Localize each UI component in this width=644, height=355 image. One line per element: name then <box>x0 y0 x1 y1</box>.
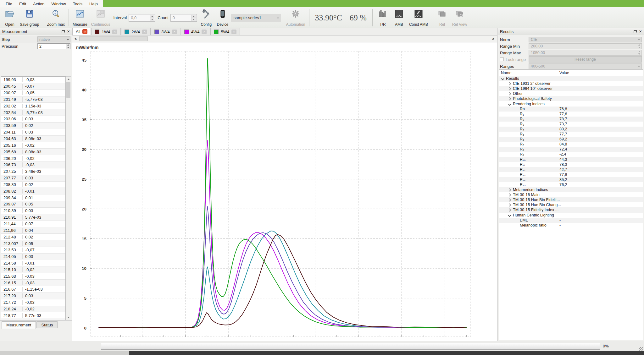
open-button[interactable]: Open <box>2 8 18 28</box>
table-row[interactable]: 204,110,03 <box>1 129 65 136</box>
config-button[interactable]: Config <box>198 8 214 28</box>
expand-icon[interactable] <box>508 194 511 197</box>
table-row[interactable]: 206,73-0,03 <box>1 162 65 168</box>
count-spin-arrows[interactable] <box>192 15 196 21</box>
table-row[interactable]: 217,72-0,03 <box>1 299 65 306</box>
table-row[interactable]: 218,24-0,02 <box>1 306 65 313</box>
chart-tab-3w4[interactable]: 3W4× <box>151 28 180 35</box>
menu-window[interactable]: Window <box>48 1 69 7</box>
table-row[interactable]: 211,960,04 <box>1 227 65 234</box>
tree-row[interactable]: R₁₁78,3 <box>499 162 643 167</box>
zoom-max-button[interactable]: Zoom max <box>45 8 67 28</box>
table-row[interactable]: 200,97-0,05 <box>1 90 65 96</box>
expand-icon[interactable] <box>508 82 511 85</box>
table-row[interactable]: 214,050,03 <box>1 254 65 260</box>
table-row[interactable]: 210,915,77e-03 <box>1 214 65 221</box>
precision-input[interactable]: 2 <box>37 43 70 49</box>
scroll-up-icon[interactable] <box>66 77 71 81</box>
table-row[interactable]: 201,49-5,77e-03 <box>1 96 65 103</box>
table-row[interactable]: 203,060,03 <box>1 116 65 123</box>
expand-icon[interactable] <box>508 204 511 207</box>
measure-button[interactable]: Measure <box>71 8 89 28</box>
table-row[interactable]: 202,021,15e-03 <box>1 103 65 109</box>
table-row[interactable]: 206,20-0,02 <box>1 155 65 162</box>
chart-tab-2w4[interactable]: 2W4× <box>121 28 151 35</box>
float-panel-icon[interactable] <box>634 30 636 33</box>
table-row[interactable]: 203,590,02 <box>1 123 65 129</box>
const-amb-button[interactable]: Const AMB <box>407 8 430 28</box>
expand-icon[interactable] <box>508 97 511 101</box>
close-panel-icon[interactable]: × <box>67 30 70 33</box>
table-row[interactable]: 219,290,03 <box>1 319 65 320</box>
menu-file[interactable]: File <box>2 1 16 7</box>
collapse-icon[interactable] <box>508 102 511 106</box>
table-row[interactable]: 200,45-0,07 <box>1 83 65 90</box>
table-row[interactable]: 209,870,05 <box>1 201 65 208</box>
tree-row[interactable]: TM-30-15 Fidelity Index ... <box>499 207 643 212</box>
table-row[interactable]: 213,0070,05 <box>1 240 65 247</box>
tree-row[interactable]: EML- <box>499 218 643 223</box>
interval-input[interactable]: 0,0 <box>129 14 155 22</box>
table-row[interactable]: 204,638,08e-03 <box>1 136 65 142</box>
tree-row[interactable]: R₁₄85,2 <box>499 177 643 182</box>
menu-action[interactable]: Action <box>30 1 48 7</box>
collapse-icon[interactable] <box>501 77 504 80</box>
menu-tools[interactable]: Tools <box>69 1 86 7</box>
chart-tab-5w4[interactable]: 5W4× <box>210 28 240 35</box>
scroll-left-icon[interactable]: < <box>73 36 78 41</box>
expand-icon[interactable] <box>508 209 511 212</box>
tree-row[interactable]: Rendering Indices <box>499 101 643 106</box>
tree-row[interactable]: Other <box>499 91 643 96</box>
table-row[interactable]: 208,82-0,01 <box>1 188 65 194</box>
spectrum-chart[interactable]: 2003004005006007008009001000051015202530… <box>72 43 497 341</box>
tree-row[interactable]: R₇84,8 <box>499 142 643 147</box>
series-select[interactable]: sample-series1 <box>231 14 281 22</box>
tree-row[interactable]: R₄80,2 <box>499 127 643 132</box>
close-tab-icon[interactable]: × <box>231 30 236 34</box>
save-group-button[interactable]: Save group <box>18 8 41 28</box>
table-row[interactable]: 213,53-0,07 <box>1 247 65 254</box>
table-row[interactable]: 208,300,02 <box>1 182 65 188</box>
precision-spin-arrows[interactable] <box>66 44 70 49</box>
expand-icon[interactable] <box>508 92 511 96</box>
count-input[interactable]: 0 <box>170 14 197 22</box>
tree-row[interactable]: R₁77,6 <box>499 112 643 117</box>
scrollbar-thumb[interactable] <box>66 82 70 98</box>
close-tab-icon[interactable]: × <box>172 30 177 34</box>
expand-icon[interactable] <box>508 199 511 202</box>
resize-grip-icon[interactable] <box>639 347 643 351</box>
tree-row[interactable]: Metamerism Indices <box>499 187 643 192</box>
tree-row[interactable]: Photobiological Safety <box>499 96 643 101</box>
expand-icon[interactable] <box>508 87 511 90</box>
close-tab-icon[interactable]: × <box>202 30 207 34</box>
tree-row[interactable]: Melanopic ratio- <box>499 223 643 228</box>
table-row[interactable]: 207,770,03 <box>1 175 65 182</box>
interval-spin-arrows[interactable] <box>150 15 154 21</box>
tree-row[interactable]: R₆69,2 <box>499 137 643 142</box>
tree-row[interactable]: TM-30-15 Hue Bin Fidelit... <box>499 197 643 202</box>
chart-tab-1w4[interactable]: 1W4× <box>91 28 121 35</box>
table-row[interactable]: 210,390,03 <box>1 208 65 214</box>
table-row[interactable]: 211,440,07 <box>1 221 65 227</box>
expand-icon[interactable] <box>508 188 511 192</box>
table-row[interactable]: 215,63-0,03 <box>1 273 65 280</box>
tree-row[interactable]: TM-30-15 Main <box>499 192 643 197</box>
tree-row[interactable]: R₁₂42,7 <box>499 167 643 172</box>
table-row[interactable]: 216,15-0,03 <box>1 280 65 286</box>
close-tab-icon[interactable]: × <box>112 30 117 34</box>
close-tab-icon[interactable]: × <box>142 30 147 34</box>
tree-row[interactable]: CIE 1931 2° observer <box>499 81 643 86</box>
tree-row[interactable]: R₁₃77,8 <box>499 172 643 177</box>
measurement-scrollbar[interactable] <box>66 76 71 320</box>
table-row[interactable]: 216,67-1,15e-03 <box>1 286 65 293</box>
hscrollbar-thumb[interactable] <box>79 36 148 41</box>
menu-edit[interactable]: Edit <box>16 1 30 7</box>
close-tab-icon[interactable]: × <box>82 29 87 34</box>
table-row[interactable]: 215,10-0,02 <box>1 266 65 273</box>
tree-row[interactable]: R₃73,7 <box>499 122 643 127</box>
tr-button[interactable]: T/R <box>375 8 391 28</box>
tree-row[interactable]: R₅77,7 <box>499 132 643 137</box>
scroll-down-icon[interactable] <box>66 315 71 320</box>
measurement-table[interactable]: 199,93-0,03200,45-0,07200,97-0,05201,49-… <box>1 76 66 320</box>
table-row[interactable]: 212,480,02 <box>1 234 65 240</box>
